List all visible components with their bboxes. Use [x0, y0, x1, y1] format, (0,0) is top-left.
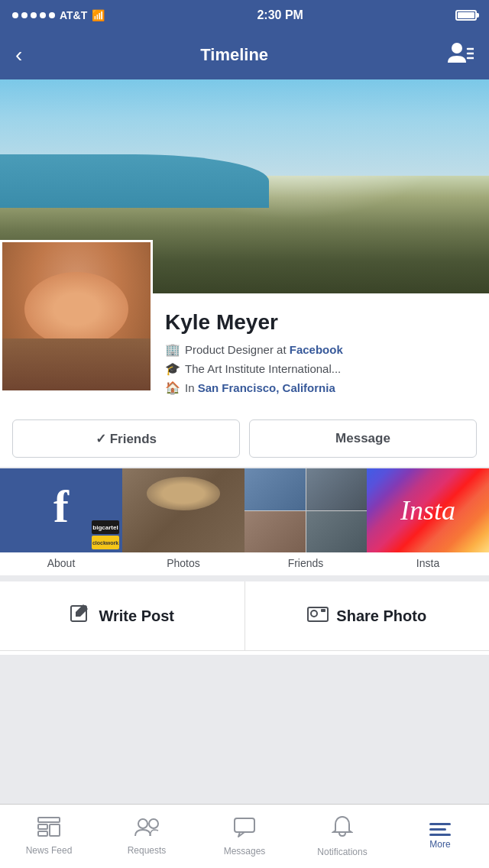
school-icon: 🎓 — [165, 361, 179, 376]
section-divider — [0, 575, 489, 581]
tab-requests[interactable]: Requests — [98, 805, 196, 868]
svg-point-13 — [149, 819, 158, 828]
profile-section: Kyle Meyer 🏢 Product Designer at Faceboo… — [0, 293, 489, 467]
profile-text: Kyle Meyer 🏢 Product Designer at Faceboo… — [153, 301, 474, 400]
home-icon: 🏠 — [165, 381, 179, 395]
status-bar: AT&T 📶 2:30 PM — [0, 0, 489, 31]
profile-detail-work: 🏢 Product Designer at Facebook — [165, 342, 474, 357]
photos-label: Photos — [167, 552, 200, 575]
messages-label: Messages — [224, 846, 266, 857]
battery-icon — [455, 10, 477, 21]
photos-thumbnail — [122, 468, 244, 552]
profile-buttons: ✓ Friends Message — [0, 412, 489, 467]
about-logos: bigcartel clockwork — [92, 520, 119, 549]
status-right — [455, 10, 477, 21]
tab-news-feed[interactable]: News Feed — [0, 805, 98, 868]
profile-info-row: Kyle Meyer 🏢 Product Designer at Faceboo… — [0, 293, 489, 412]
write-post-label: Write Post — [99, 607, 174, 625]
more-icon — [429, 823, 451, 836]
friends-label: Friends — [288, 552, 324, 575]
tab-notifications[interactable]: Notifications — [293, 805, 391, 868]
friends-thumbnail — [244, 468, 367, 552]
svg-point-12 — [138, 819, 147, 828]
status-left: AT&T 📶 — [12, 9, 105, 21]
news-feed-label: News Feed — [26, 845, 73, 856]
profile-detail-location: 🏠 In San Francisco, California — [165, 381, 474, 395]
svg-rect-10 — [38, 831, 47, 836]
instagram-thumbnail: Insta — [367, 468, 489, 552]
tab-instagram[interactable]: Insta Insta — [367, 468, 489, 575]
share-photo-label: Share Photo — [336, 607, 426, 625]
nav-bar: ‹ Timeline — [0, 31, 489, 79]
post-actions-bottom — [0, 650, 489, 655]
requests-icon — [134, 817, 160, 842]
svg-point-0 — [452, 43, 462, 53]
notifications-icon — [332, 815, 353, 844]
svg-point-6 — [311, 611, 317, 617]
notifications-label: Notifications — [317, 847, 367, 857]
profile-detail-school: 🎓 The Art Institute International... — [165, 361, 474, 376]
share-photo-icon — [307, 604, 329, 627]
message-button[interactable]: Message — [249, 419, 477, 458]
avatar-image — [2, 242, 151, 390]
write-post-icon — [70, 603, 91, 629]
news-feed-icon — [37, 817, 60, 842]
back-button[interactable]: ‹ — [15, 43, 22, 67]
messages-icon — [234, 816, 255, 843]
tab-more[interactable]: More — [391, 805, 489, 868]
about-label: About — [47, 552, 76, 575]
work-icon: 🏢 — [165, 342, 179, 357]
avatar — [0, 240, 153, 393]
svg-rect-11 — [50, 824, 60, 836]
status-time: 2:30 PM — [257, 8, 303, 22]
tab-bar: News Feed Requests Messages — [0, 804, 489, 868]
wifi-icon: 📶 — [92, 9, 105, 21]
about-thumbnail: f bigcartel clockwork — [0, 468, 122, 552]
tab-photos[interactable]: Photos — [122, 468, 244, 575]
write-post-button[interactable]: Write Post — [0, 581, 245, 650]
tab-friends[interactable]: Friends — [244, 468, 367, 575]
nav-title: Timeline — [200, 45, 268, 65]
signal-dots — [12, 12, 55, 18]
more-label: More — [429, 839, 450, 850]
tab-messages[interactable]: Messages — [196, 805, 293, 868]
tab-about[interactable]: f bigcartel clockwork About — [0, 468, 122, 575]
profile-icon[interactable] — [446, 41, 474, 69]
svg-rect-14 — [235, 818, 254, 832]
carrier-label: AT&T — [60, 9, 87, 21]
svg-rect-7 — [321, 609, 325, 612]
svg-rect-8 — [38, 818, 60, 822]
requests-label: Requests — [128, 845, 167, 856]
friends-button[interactable]: ✓ Friends — [12, 419, 240, 458]
svg-rect-9 — [38, 824, 47, 829]
instagram-label: Insta — [416, 552, 439, 575]
post-actions: Write Post Share Photo — [0, 581, 489, 650]
thumbnails-row: f bigcartel clockwork About Photos Frien… — [0, 468, 489, 575]
share-photo-button[interactable]: Share Photo — [245, 581, 490, 650]
profile-name: Kyle Meyer — [165, 310, 474, 335]
